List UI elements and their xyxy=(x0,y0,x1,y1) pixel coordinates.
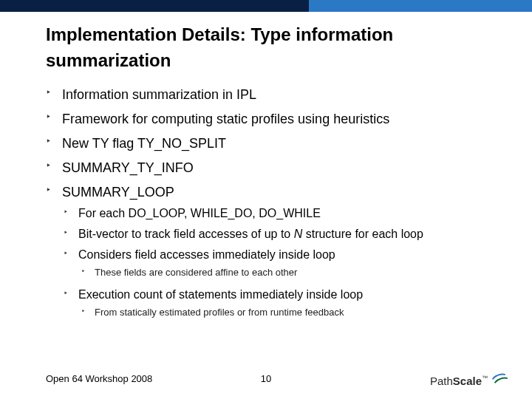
slide-body: Information summarization in IPL Framewo… xyxy=(0,74,532,329)
bullet-item: Information summarization in IPL xyxy=(46,83,532,107)
subsub-bullet-item: These fields are considered affine to ea… xyxy=(78,264,532,281)
text-fragment: structure for each loop xyxy=(302,228,423,240)
trademark-symbol: ™ xyxy=(482,375,488,381)
swoosh-icon xyxy=(491,372,511,389)
bullet-text: Considers field accesses immediately ins… xyxy=(78,248,335,261)
pathscale-logo: PathScale™ xyxy=(430,372,511,389)
footer-text: Open 64 Workshop 2008 xyxy=(46,373,152,384)
bullet-item: SUMMARY_TY_INFO xyxy=(46,156,532,180)
slide-title: Implementation Details: Type information… xyxy=(0,12,532,74)
top-accent-blue xyxy=(309,0,532,12)
sub-bullet-item: Bit-vector to track field accesses of up… xyxy=(62,224,532,245)
logo-part2: Scale xyxy=(453,375,482,387)
sub-bullet-list: For each DO_LOOP, WHILE_DO, DO_WHILE Bit… xyxy=(62,200,532,324)
logo-part1: Path xyxy=(430,375,453,387)
logo-text: PathScale™ xyxy=(430,375,488,387)
top-accent-navy xyxy=(0,0,309,12)
text-fragment: Bit-vector to track field accesses of up… xyxy=(78,228,294,240)
italic-variable: N xyxy=(294,228,303,240)
sub-bullet-item: Considers field accesses immediately ins… xyxy=(62,245,532,284)
subsub-bullet-list: These fields are considered affine to ea… xyxy=(78,262,532,281)
title-line-2: summarization xyxy=(46,50,171,70)
bullet-item: New TY flag TY_NO_SPLIT xyxy=(46,132,532,156)
bullet-item: SUMMARY_LOOP For each DO_LOOP, WHILE_DO,… xyxy=(46,180,532,329)
subsub-bullet-list: From statically estimated profiles or fr… xyxy=(78,301,532,321)
subsub-bullet-item: From statically estimated profiles or fr… xyxy=(78,304,532,321)
sub-bullet-item: Execution count of statements immediatel… xyxy=(62,284,532,324)
sub-bullet-item: For each DO_LOOP, WHILE_DO, DO_WHILE xyxy=(62,203,532,224)
bullet-text: Execution count of statements immediatel… xyxy=(78,288,363,301)
page-number: 10 xyxy=(261,373,271,384)
bullet-item: Framework for computing static profiles … xyxy=(46,107,532,132)
title-line-1: Implementation Details: Type information xyxy=(46,24,393,44)
bullet-text: SUMMARY_LOOP xyxy=(62,185,174,200)
bullet-list: Information summarization in IPL Framewo… xyxy=(46,83,532,329)
top-accent-bar xyxy=(0,0,532,12)
